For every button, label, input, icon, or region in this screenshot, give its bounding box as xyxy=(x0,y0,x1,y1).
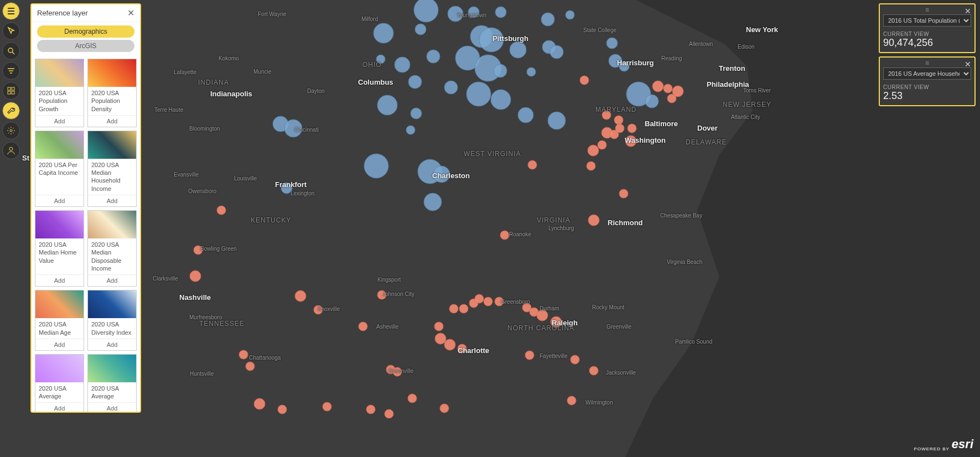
data-point[interactable] xyxy=(408,75,422,89)
search-button[interactable] xyxy=(2,42,20,60)
add-layer-button[interactable]: Add xyxy=(35,402,84,412)
data-point[interactable] xyxy=(364,154,388,178)
add-layer-button[interactable]: Add xyxy=(35,339,84,350)
data-point[interactable] xyxy=(628,124,636,133)
data-point[interactable] xyxy=(415,24,426,35)
data-point[interactable] xyxy=(377,95,397,115)
data-point[interactable] xyxy=(495,297,504,306)
user-button[interactable] xyxy=(2,142,20,159)
filter-button[interactable] xyxy=(2,62,20,80)
add-layer-button[interactable]: Add xyxy=(88,195,136,206)
add-layer-button[interactable]: Add xyxy=(88,115,136,127)
metric-select[interactable]: 2016 US Total Population (Esri) xyxy=(883,14,971,27)
add-layer-button[interactable]: Add xyxy=(88,274,136,286)
data-point[interactable] xyxy=(652,81,663,92)
data-point[interactable] xyxy=(444,339,455,350)
data-point[interactable] xyxy=(190,271,201,282)
data-point[interactable] xyxy=(408,394,417,403)
data-point[interactable] xyxy=(589,366,598,375)
data-point[interactable] xyxy=(385,409,393,418)
data-point[interactable] xyxy=(395,57,410,72)
data-point[interactable] xyxy=(566,11,574,19)
data-point[interactable] xyxy=(475,294,484,303)
close-icon[interactable]: ✕ xyxy=(965,60,971,69)
data-point[interactable] xyxy=(458,344,466,353)
data-point[interactable] xyxy=(494,64,507,77)
add-layer-button[interactable]: Add xyxy=(35,115,84,127)
map-canvas[interactable]: St LouisIndianapolisColumbusCharlestonFr… xyxy=(0,0,980,457)
data-point[interactable] xyxy=(217,206,226,215)
data-point[interactable] xyxy=(254,398,265,409)
data-point[interactable] xyxy=(444,81,458,94)
data-point[interactable] xyxy=(239,350,248,359)
data-point[interactable] xyxy=(598,141,606,149)
data-point[interactable] xyxy=(567,396,576,405)
data-point[interactable] xyxy=(406,126,415,134)
data-point[interactable] xyxy=(588,215,599,226)
add-layer-button[interactable]: Add xyxy=(35,274,84,286)
data-point[interactable] xyxy=(537,310,548,321)
data-point[interactable] xyxy=(278,405,287,414)
select-tool[interactable] xyxy=(2,22,20,40)
data-point[interactable] xyxy=(663,84,672,93)
drag-handle-icon[interactable] xyxy=(883,61,971,65)
data-point[interactable] xyxy=(667,94,676,103)
close-icon[interactable]: ✕ xyxy=(965,7,971,15)
tab-arcgis[interactable]: ArcGIS xyxy=(37,40,134,52)
data-point[interactable] xyxy=(495,7,506,18)
data-point[interactable] xyxy=(393,367,402,376)
data-point[interactable] xyxy=(449,304,458,313)
data-point[interactable] xyxy=(551,316,562,328)
data-point[interactable] xyxy=(525,351,534,360)
data-point[interactable] xyxy=(323,402,331,411)
data-point[interactable] xyxy=(602,111,611,120)
data-point[interactable] xyxy=(194,246,203,255)
data-point[interactable] xyxy=(434,322,443,331)
data-point[interactable] xyxy=(281,183,292,194)
data-point[interactable] xyxy=(518,107,533,123)
close-icon[interactable]: ✕ xyxy=(127,8,134,18)
data-point[interactable] xyxy=(528,160,537,169)
data-point[interactable] xyxy=(541,13,554,26)
data-point[interactable] xyxy=(479,28,504,52)
data-point[interactable] xyxy=(468,7,479,18)
data-point[interactable] xyxy=(619,189,628,198)
data-point[interactable] xyxy=(414,0,438,22)
data-point[interactable] xyxy=(645,95,658,108)
data-point[interactable] xyxy=(440,404,449,413)
metric-select[interactable]: 2016 US Average Household ... xyxy=(883,67,971,80)
data-point[interactable] xyxy=(284,120,302,137)
data-point[interactable] xyxy=(466,82,491,106)
data-point[interactable] xyxy=(606,38,618,49)
data-point[interactable] xyxy=(615,124,624,133)
data-point[interactable] xyxy=(619,61,629,71)
data-point[interactable] xyxy=(580,76,589,85)
data-point[interactable] xyxy=(376,55,385,64)
add-layer-button[interactable]: Add xyxy=(88,402,136,412)
drag-handle-icon[interactable] xyxy=(883,8,971,12)
data-point[interactable] xyxy=(366,405,375,414)
layers-button[interactable] xyxy=(2,82,20,100)
data-point[interactable] xyxy=(550,45,563,59)
data-point[interactable] xyxy=(359,322,367,331)
data-point[interactable] xyxy=(374,23,393,43)
data-point[interactable] xyxy=(433,166,450,183)
data-point[interactable] xyxy=(625,136,636,147)
data-point[interactable] xyxy=(314,305,323,314)
data-point[interactable] xyxy=(484,297,492,306)
data-point[interactable] xyxy=(246,362,255,371)
data-point[interactable] xyxy=(510,41,526,58)
data-point[interactable] xyxy=(424,193,442,211)
tools-button[interactable] xyxy=(2,102,20,120)
menu-button[interactable] xyxy=(2,2,20,20)
data-point[interactable] xyxy=(377,290,386,299)
data-point[interactable] xyxy=(411,108,422,119)
data-point[interactable] xyxy=(548,112,566,129)
data-point[interactable] xyxy=(448,6,463,22)
settings-button[interactable] xyxy=(2,122,20,139)
data-point[interactable] xyxy=(435,333,446,344)
data-point[interactable] xyxy=(527,67,536,76)
tab-demographics[interactable]: Demographics xyxy=(37,25,134,38)
add-layer-button[interactable]: Add xyxy=(35,195,84,206)
data-point[interactable] xyxy=(571,355,579,364)
